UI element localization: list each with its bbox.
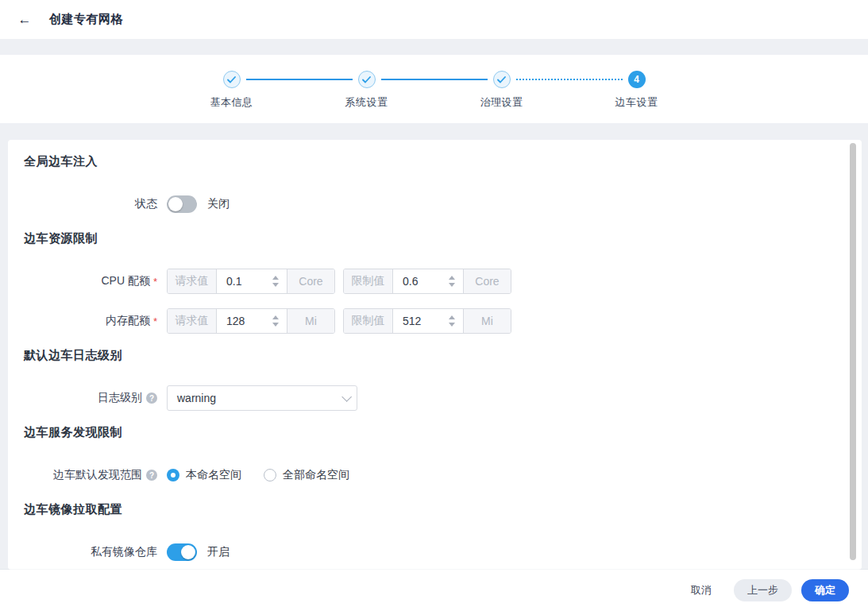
page-title: 创建专有网格 [49,12,123,27]
cpu-limit-input-group: 限制值 Core [343,269,511,294]
request-prefix-label: 请求值 [168,309,217,333]
toggle-knob [181,545,195,559]
toggle-state-text: 开启 [207,545,230,559]
section-heading-global-sidecar-injection: 全局边车注入 [24,154,846,169]
memory-request-input[interactable] [217,315,264,327]
private-registry-toggle[interactable] [167,543,197,561]
global-injection-toggle[interactable] [167,195,197,213]
spinner-up-icon[interactable] [272,276,279,280]
step-governance-settings[interactable]: 治理设置 [434,71,569,110]
log-level-label: 日志级别 [98,391,142,405]
previous-step-button[interactable]: 上一步 [734,579,792,601]
step-basic-info[interactable]: 基本信息 [164,71,299,110]
check-icon [223,71,241,88]
number-spinner [272,269,282,293]
memory-limit-input-group: 限制值 Mi [343,308,511,334]
section-heading-sidecar-resource-limit: 边车资源限制 [24,231,846,246]
spinner-up-icon[interactable] [449,276,455,280]
memory-limit-input[interactable] [393,315,441,327]
memory-request-input-group: 请求值 Mi [167,308,335,334]
cpu-quota-label: CPU 配额 [101,274,149,288]
private-registry-row: 私有镜像仓库 开启 [24,539,846,565]
form-panel: 全局边车注入 状态 关闭 边车资源限制 CPU 配额 * 请求值 [8,140,862,570]
radio-selected-icon [167,469,179,481]
limit-prefix-label: 限制值 [344,269,393,293]
back-arrow-icon[interactable]: ← [14,10,35,30]
section-heading-image-pull: 边车镜像拉取配置 [24,502,846,517]
spinner-down-icon[interactable] [449,323,455,327]
footer-bar: 取消 上一步 确定 [0,570,868,611]
help-icon[interactable]: ? [146,393,157,404]
limit-prefix-label: 限制值 [344,309,393,333]
log-level-row: 日志级别 ? warning [24,385,846,411]
cpu-quota-row: CPU 配额 * 请求值 Core 限制值 [24,269,846,294]
step-label: 治理设置 [434,95,569,110]
check-icon [358,71,376,88]
step-number: 4 [628,71,646,88]
radio-unselected-icon [264,469,276,481]
spinner-up-icon[interactable] [272,315,279,319]
cancel-button[interactable]: 取消 [686,579,716,601]
memory-unit-label: Mi [463,309,511,333]
required-asterisk: * [153,315,157,327]
section-heading-default-log-level: 默认边车日志级别 [24,348,846,363]
spinner-down-icon[interactable] [272,323,279,327]
cpu-request-input[interactable] [217,275,264,288]
chevron-down-icon [341,392,352,402]
cpu-request-input-group: 请求值 Core [167,269,335,294]
required-asterisk: * [153,276,157,288]
section-heading-service-discovery: 边车服务发现限制 [24,425,846,440]
discovery-scope-label: 边车默认发现范围 [53,468,142,482]
step-label: 基本信息 [164,95,299,110]
confirm-button[interactable]: 确定 [801,579,849,601]
log-level-selected-value: warning [177,392,341,404]
memory-quota-label: 内存配额 [106,314,150,328]
number-spinner [272,309,282,333]
spinner-down-icon[interactable] [272,283,279,287]
radio-label: 本命名空间 [186,468,241,482]
private-registry-label: 私有镜像仓库 [24,545,157,559]
help-icon[interactable]: ? [146,470,157,481]
step-label: 边车设置 [569,95,704,110]
number-spinner [449,309,458,333]
spinner-up-icon[interactable] [449,315,455,319]
radio-all-namespaces[interactable]: 全部命名空间 [264,468,349,482]
stepper-card: 基本信息 系统设置 治理设置 4 边车设置 [0,55,868,123]
step-sidecar-settings[interactable]: 4 边车设置 [569,71,704,110]
page-header: ← 创建专有网格 [0,0,868,39]
cpu-unit-label: Core [463,269,511,293]
toggle-state-text: 关闭 [207,197,230,211]
toggle-knob [168,197,183,211]
memory-unit-label: Mi [287,309,334,333]
stepper: 基本信息 系统设置 治理设置 4 边车设置 [164,55,704,123]
spinner-down-icon[interactable] [449,283,455,287]
cpu-limit-input[interactable] [393,275,441,288]
number-spinner [449,269,458,293]
status-row: 状态 关闭 [24,191,846,217]
discovery-scope-row: 边车默认发现范围 ? 本命名空间 全部命名空间 [24,462,846,488]
check-icon [493,71,511,88]
radio-label: 全部命名空间 [283,468,349,482]
memory-quota-row: 内存配额 * 请求值 Mi 限制值 [24,308,846,334]
log-level-select[interactable]: warning [167,385,357,411]
step-label: 系统设置 [299,95,434,110]
cpu-unit-label: Core [287,269,334,293]
vertical-scrollbar[interactable] [850,143,856,560]
status-label: 状态 [24,197,157,211]
step-system-settings[interactable]: 系统设置 [299,71,434,110]
radio-current-namespace[interactable]: 本命名空间 [167,468,241,482]
request-prefix-label: 请求值 [168,269,217,293]
